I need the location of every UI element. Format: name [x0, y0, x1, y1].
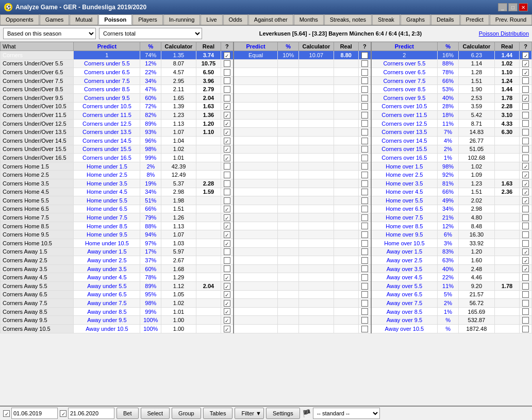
close-button[interactable]: ✕	[519, 3, 528, 11]
checkbox-cell[interactable]	[358, 171, 371, 179]
checkbox-cell[interactable]	[221, 145, 234, 154]
minimize-button[interactable]: _	[498, 3, 507, 11]
tab-details[interactable]: Details	[431, 14, 460, 25]
tab-against-other[interactable]: Against other	[248, 14, 293, 25]
checkbox-cell[interactable]	[358, 93, 371, 102]
row-checkbox[interactable]	[224, 326, 230, 332]
date1-checkbox[interactable]	[3, 410, 10, 417]
checkbox-cell[interactable]	[221, 51, 234, 60]
checkbox-cell[interactable]	[221, 111, 234, 120]
row-checkbox[interactable]	[224, 283, 230, 290]
row-checkbox[interactable]	[224, 155, 230, 161]
checkbox-cell[interactable]	[221, 264, 234, 273]
filter-button[interactable]: Filter ▼	[235, 408, 263, 419]
row-checkbox[interactable]	[522, 248, 529, 255]
checkbox-cell[interactable]	[358, 145, 371, 154]
checkbox-cell[interactable]	[520, 273, 532, 282]
checkbox-cell[interactable]	[221, 76, 234, 85]
checkbox-cell[interactable]	[520, 111, 532, 120]
row-checkbox[interactable]	[522, 265, 529, 272]
row-checkbox[interactable]	[224, 214, 230, 221]
row-checkbox[interactable]	[224, 52, 230, 59]
checkbox-cell[interactable]	[520, 205, 532, 213]
tab-live[interactable]: Live	[201, 14, 222, 25]
checkbox-cell[interactable]	[358, 256, 371, 265]
row-checkbox[interactable]	[522, 180, 529, 187]
checkbox-cell[interactable]	[520, 247, 532, 256]
checkbox-cell[interactable]	[520, 51, 532, 60]
group-button[interactable]: Group	[172, 408, 201, 419]
checkbox-cell[interactable]	[221, 102, 234, 111]
tab-poisson[interactable]: Poisson	[98, 14, 132, 25]
row-checkbox[interactable]	[522, 138, 529, 144]
row-checkbox[interactable]	[361, 95, 368, 102]
row-checkbox[interactable]	[361, 189, 368, 195]
row-checkbox[interactable]	[361, 300, 368, 307]
checkbox-cell[interactable]	[520, 307, 532, 316]
checkbox-cell[interactable]	[221, 239, 234, 248]
checkbox-cell[interactable]	[358, 102, 371, 111]
row-checkbox[interactable]	[522, 197, 529, 204]
checkbox-cell[interactable]	[221, 59, 234, 68]
checkbox-cell[interactable]	[358, 76, 371, 85]
checkbox-cell[interactable]	[520, 230, 532, 239]
checkbox-cell[interactable]	[520, 102, 532, 111]
tab-prev-round[interactable]: Prev. Round	[490, 14, 532, 25]
checkbox-cell[interactable]	[221, 119, 234, 128]
date2-input[interactable]	[68, 408, 114, 419]
row-checkbox[interactable]	[224, 60, 230, 67]
row-checkbox[interactable]	[361, 146, 368, 153]
row-checkbox[interactable]	[361, 69, 368, 76]
checkbox-cell[interactable]	[358, 179, 371, 188]
tab-inrunning[interactable]: In-running	[163, 14, 201, 25]
season-select[interactable]: Based on this season	[3, 28, 96, 39]
checkbox-cell[interactable]	[358, 299, 371, 308]
checkbox-cell[interactable]	[520, 171, 532, 179]
tab-months[interactable]: Months	[294, 14, 324, 25]
row-checkbox[interactable]	[361, 138, 368, 144]
row-checkbox[interactable]	[224, 95, 230, 102]
row-checkbox[interactable]	[361, 77, 368, 84]
checkbox-cell[interactable]	[221, 136, 234, 145]
row-checkbox[interactable]	[361, 60, 368, 67]
row-checkbox[interactable]	[522, 77, 529, 84]
row-checkbox[interactable]	[224, 138, 230, 144]
checkbox-cell[interactable]	[358, 230, 371, 239]
checkbox-cell[interactable]	[520, 299, 532, 308]
checkbox-cell[interactable]	[221, 196, 234, 205]
checkbox-cell[interactable]	[221, 299, 234, 308]
checkbox-cell[interactable]	[221, 205, 234, 213]
row-checkbox[interactable]	[522, 317, 529, 324]
row-checkbox[interactable]	[361, 326, 368, 332]
checkbox-cell[interactable]	[358, 205, 371, 213]
checkbox-cell[interactable]	[358, 85, 371, 94]
row-checkbox[interactable]	[224, 172, 230, 178]
checkbox-cell[interactable]	[358, 282, 371, 291]
window-controls[interactable]: _ □ ✕	[498, 3, 528, 11]
row-checkbox[interactable]	[522, 69, 529, 76]
checkbox-cell[interactable]	[221, 128, 234, 137]
maximize-button[interactable]: □	[508, 3, 518, 11]
row-checkbox[interactable]	[224, 103, 230, 110]
row-checkbox[interactable]	[224, 163, 230, 170]
row-checkbox[interactable]	[361, 172, 368, 178]
checkbox-cell[interactable]	[221, 85, 234, 94]
row-checkbox[interactable]	[522, 206, 529, 212]
row-checkbox[interactable]	[522, 60, 529, 67]
row-checkbox[interactable]	[224, 257, 230, 264]
row-checkbox[interactable]	[361, 180, 368, 187]
row-checkbox[interactable]	[522, 86, 529, 93]
checkbox-cell[interactable]	[358, 325, 371, 333]
checkbox-cell[interactable]	[520, 85, 532, 94]
row-checkbox[interactable]	[224, 197, 230, 204]
checkbox-cell[interactable]	[358, 307, 371, 316]
row-checkbox[interactable]	[361, 103, 368, 110]
checkbox-cell[interactable]	[358, 68, 371, 77]
row-checkbox[interactable]	[361, 214, 368, 221]
checkbox-cell[interactable]	[520, 145, 532, 154]
row-checkbox[interactable]	[522, 163, 529, 170]
row-checkbox[interactable]	[224, 291, 230, 298]
checkbox-cell[interactable]	[358, 162, 371, 171]
date2-checkbox[interactable]	[60, 410, 66, 417]
checkbox-cell[interactable]	[520, 256, 532, 265]
